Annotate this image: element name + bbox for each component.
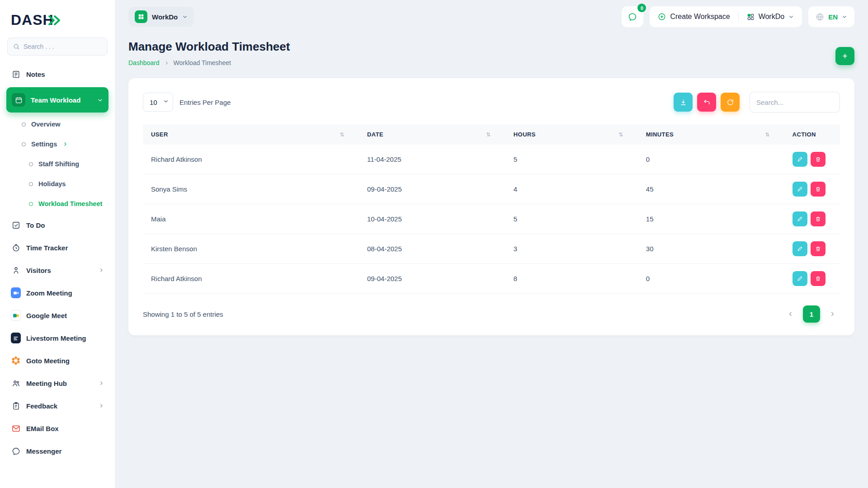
delete-button[interactable] xyxy=(811,182,826,197)
add-timesheet-button[interactable] xyxy=(835,47,854,65)
sidebar-item-label: Time Tracker xyxy=(26,244,68,252)
workdo-menu-button[interactable]: WorkDo xyxy=(739,6,802,27)
cell-user: Maia xyxy=(143,204,359,234)
trash-icon xyxy=(815,216,821,222)
delete-button[interactable] xyxy=(811,241,826,256)
export-button[interactable] xyxy=(674,93,693,112)
edit-button[interactable] xyxy=(793,182,807,197)
pagination-next-button[interactable] xyxy=(825,306,840,322)
sidebar-item-google-meet[interactable]: Google Meet xyxy=(6,304,108,327)
sidebar-item-team-workload[interactable]: Team Workload xyxy=(6,87,108,113)
sidebar-search xyxy=(7,38,108,56)
logo-arrows-icon xyxy=(47,14,63,26)
column-header-user[interactable]: USER⇅ xyxy=(143,124,359,145)
sidebar-item-email-box[interactable]: EMail Box xyxy=(6,417,108,440)
sort-icon: ⇅ xyxy=(486,131,491,138)
cell-minutes: 15 xyxy=(638,204,784,234)
card-footer: Showing 1 to 5 of 5 entries 1 xyxy=(143,305,840,323)
sidebar-item-overview[interactable]: Overview xyxy=(6,114,108,134)
cell-hours: 8 xyxy=(505,264,638,294)
column-header-date[interactable]: DATE⇅ xyxy=(359,124,505,145)
entries-per-page-select[interactable]: 10 xyxy=(143,93,173,112)
trash-icon xyxy=(815,246,821,252)
pencil-icon xyxy=(797,246,803,252)
table-row: Sonya Sims 09-04-2025 4 45 xyxy=(143,174,840,204)
table-row: Kirsten Benson 08-04-2025 3 30 xyxy=(143,234,840,264)
sidebar-search-input[interactable] xyxy=(24,43,102,50)
pencil-icon xyxy=(797,276,803,282)
goto-meeting-icon xyxy=(11,356,21,365)
edit-button[interactable] xyxy=(793,241,807,256)
entries-per-page-select-wrap: 10 xyxy=(143,93,173,112)
sidebar-item-settings[interactable]: Settings xyxy=(6,134,108,154)
sidebar-item-to-do[interactable]: To Do xyxy=(6,214,108,236)
sidebar-nav: Notes Team Workload Overview Settings St… xyxy=(6,63,108,462)
language-label: EN xyxy=(828,13,838,21)
plus-circle-icon xyxy=(658,13,666,21)
sidebar-item-messenger[interactable]: Messenger xyxy=(6,440,108,462)
cell-date: 11-04-2025 xyxy=(359,145,505,174)
sidebar-item-label: Overview xyxy=(31,121,61,128)
page-head: Manage Workload Timesheet Dashboard Work… xyxy=(128,33,854,68)
sidebar-item-label: Holidays xyxy=(38,180,66,188)
edit-button[interactable] xyxy=(793,152,807,167)
table-row: Maia 10-04-2025 5 15 xyxy=(143,204,840,234)
cell-date: 10-04-2025 xyxy=(359,204,505,234)
chevron-right-icon xyxy=(99,267,104,273)
sidebar-item-visitors[interactable]: Visitors xyxy=(6,259,108,282)
sidebar-item-staff-shifting[interactable]: Staff Shifting xyxy=(6,154,108,174)
sidebar-item-goto-meeting[interactable]: Goto Meeting xyxy=(6,349,108,372)
sidebar-item-label: Zoom Meeting xyxy=(26,289,72,297)
workspace-switcher[interactable]: WorkDo xyxy=(128,7,194,27)
sidebar-item-label: Google Meet xyxy=(26,312,67,319)
download-icon xyxy=(679,99,687,106)
edit-button[interactable] xyxy=(793,211,807,226)
chevron-down-icon xyxy=(842,14,847,19)
card-controls: 10 Entries Per Page xyxy=(143,92,840,113)
workspace-name: WorkDo xyxy=(152,13,178,21)
sidebar-item-time-tracker[interactable]: Time Tracker xyxy=(6,236,108,259)
sidebar-item-zoom-meeting[interactable]: Zoom Meeting xyxy=(6,282,108,304)
sidebar-item-feedback[interactable]: Feedback xyxy=(6,394,108,417)
app-logo[interactable]: DASH xyxy=(6,6,108,38)
sidebar-item-meeting-hub[interactable]: Meeting Hub xyxy=(6,372,108,394)
column-header-minutes[interactable]: MINUTES⇅ xyxy=(638,124,784,145)
row-actions xyxy=(793,152,832,167)
language-selector[interactable]: EN xyxy=(808,6,854,27)
pagination-prev-button[interactable] xyxy=(783,306,798,322)
breadcrumb-dashboard-link[interactable]: Dashboard xyxy=(128,59,160,66)
page-title: Manage Workload Timesheet xyxy=(128,40,290,54)
table-search-input[interactable] xyxy=(750,92,840,113)
pagination-page-1[interactable]: 1 xyxy=(803,305,820,323)
sidebar-item-label: EMail Box xyxy=(26,425,59,432)
sidebar-item-holidays[interactable]: Holidays xyxy=(6,174,108,194)
delete-button[interactable] xyxy=(811,152,826,167)
undo-icon xyxy=(703,99,711,106)
reset-button[interactable] xyxy=(697,93,716,112)
edit-button[interactable] xyxy=(793,271,807,286)
cell-user: Sonya Sims xyxy=(143,174,359,204)
workspace-actions: Create Workspace WorkDo xyxy=(650,6,802,27)
column-header-hours[interactable]: HOURS⇅ xyxy=(505,124,638,145)
cell-minutes: 30 xyxy=(638,234,784,264)
chat-badge: 0 xyxy=(637,4,646,12)
pencil-icon xyxy=(797,156,803,162)
delete-button[interactable] xyxy=(811,271,826,286)
cell-user: Richard Atkinson xyxy=(143,145,359,174)
topbar-right: 0 Create Workspace WorkDo xyxy=(622,6,854,27)
delete-button[interactable] xyxy=(811,211,826,226)
sidebar-item-workload-timesheet[interactable]: Workload Timesheet xyxy=(6,194,108,214)
create-workspace-button[interactable]: Create Workspace xyxy=(650,6,738,27)
cell-date: 09-04-2025 xyxy=(359,264,505,294)
refresh-button[interactable] xyxy=(721,93,740,112)
sidebar-item-livestorm-meeting[interactable]: Livestorm Meeting xyxy=(6,327,108,349)
sidebar-item-notes[interactable]: Notes xyxy=(6,63,108,85)
sidebar-item-label: Notes xyxy=(26,70,45,78)
timesheet-card: 10 Entries Per Page xyxy=(128,78,854,335)
cell-minutes: 0 xyxy=(638,264,784,294)
chat-button[interactable]: 0 xyxy=(622,6,643,27)
grid-icon xyxy=(747,13,755,21)
cell-hours: 4 xyxy=(505,174,638,204)
entries-summary: Showing 1 to 5 of 5 entries xyxy=(143,310,223,318)
cell-minutes: 0 xyxy=(638,145,784,174)
